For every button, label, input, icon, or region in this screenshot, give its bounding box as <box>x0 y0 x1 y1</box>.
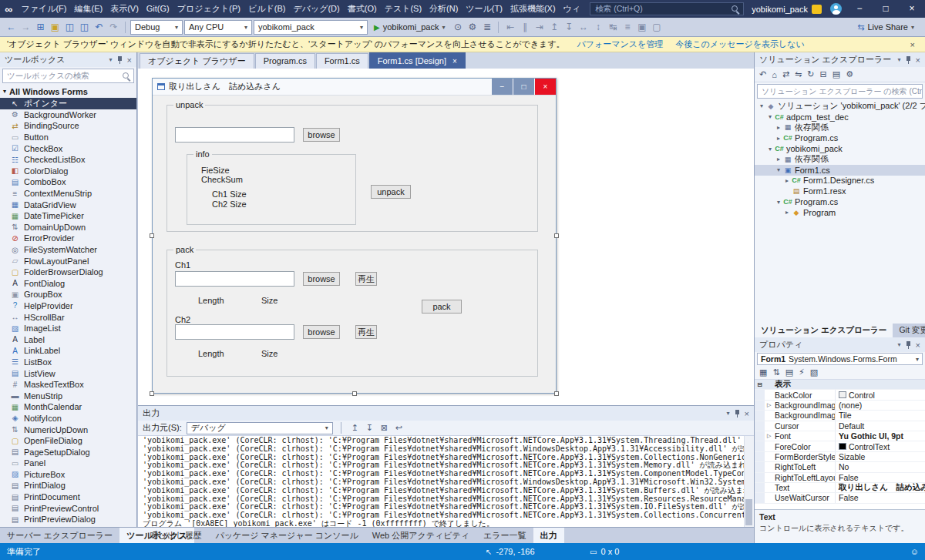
designed-form-titlebar[interactable]: 取り出しさん 詰め込みさん − □ × <box>153 79 556 96</box>
go-to-next-message-icon[interactable]: ↧ <box>364 423 375 433</box>
property-expand-icon[interactable]: ▷ <box>767 433 773 439</box>
toolbox-item[interactable]: ▤ PrintPreviewDialog <box>0 514 136 525</box>
toolbox-item[interactable]: ☷ CheckedListBox <box>0 154 136 166</box>
panel-tab[interactable]: パッケージ マネージャー コンソール <box>209 528 365 543</box>
toolbox-item[interactable]: ▬ MenuStrip <box>0 390 136 401</box>
toolbox-item[interactable]: ⇅ NumericUpDown <box>0 424 136 435</box>
redo-icon[interactable]: ↷ <box>107 18 120 36</box>
tree-item[interactable]: ▾ C# adpcm_test_dec <box>755 112 925 122</box>
menu-item[interactable]: デバッグ(D) <box>289 0 343 18</box>
ch1-browse-button[interactable]: browse <box>303 272 340 286</box>
ch1-file-textbox[interactable] <box>175 271 294 287</box>
open-file-icon[interactable]: ▣ <box>49 18 62 36</box>
tree-expander-icon[interactable]: ▾ <box>775 199 782 206</box>
toolbox-item[interactable]: ☑ CheckBox <box>0 143 136 154</box>
chevron-down-icon[interactable]: ▾ <box>109 56 113 63</box>
menu-item[interactable]: 書式(O) <box>344 0 381 18</box>
toolbox-item[interactable]: ⚙ BackgroundWorker <box>0 109 136 121</box>
property-row[interactable]: ⊟ 表示 <box>755 380 925 390</box>
resize-handle-west[interactable] <box>150 233 154 238</box>
maximize-button[interactable]: □ <box>873 0 899 18</box>
profiler-icon[interactable]: ⊙ <box>451 18 464 36</box>
property-row[interactable]: ▷ BackgroundImage (none) <box>755 401 925 411</box>
ch1-play-button[interactable]: 再生 <box>355 272 377 286</box>
solution-explorer-header[interactable]: ソリューション エクスプローラー ▾ × <box>755 52 925 67</box>
tree-expander-icon[interactable]: ▾ <box>766 146 774 153</box>
categorized-icon[interactable]: ▦ <box>759 367 767 377</box>
tree-expander-icon[interactable]: ▸ <box>775 124 782 131</box>
toolbox-item[interactable]: ▱ FlowLayoutPanel <box>0 255 136 267</box>
pin-icon[interactable] <box>116 55 123 65</box>
property-row[interactable]: BackgroundImageLayout Tile <box>755 411 925 421</box>
alphabetical-icon[interactable]: ⇅ <box>772 367 779 377</box>
tool-window-tab[interactable]: Git 変更 <box>893 324 925 337</box>
panel-tab[interactable]: Web 公開アクティビティ <box>365 528 476 543</box>
start-debugging-button[interactable]: ▶ yobikomi_pack ▾ <box>369 19 449 35</box>
show-all-files-icon[interactable]: ▤ <box>832 69 840 79</box>
tab-close-icon[interactable]: × <box>452 54 457 69</box>
tree-item[interactable]: ▸ ▦ 依存関係 <box>755 154 925 165</box>
close-icon[interactable]: × <box>745 409 749 418</box>
property-row[interactable]: ▷ Font Yu Gothic UI, 9pt <box>755 431 925 441</box>
properties-icon[interactable]: ⚙ <box>846 69 853 79</box>
unpack-button[interactable]: unpack <box>371 185 411 199</box>
toolbox-item[interactable]: ▣ GroupBox <box>0 289 136 300</box>
close-icon[interactable]: × <box>916 340 920 350</box>
save-all-icon[interactable]: ◫ <box>78 18 91 36</box>
toolbox-group-header[interactable]: ▾ All Windows Forms <box>0 85 136 98</box>
designed-form-client-area[interactable]: unpack browse info FieSize CheckSum Ch1 … <box>153 96 556 393</box>
properties-icon[interactable]: ▤ <box>785 367 793 377</box>
info-groupbox[interactable]: info FieSize CheckSum Ch1 Size Ch2 Size <box>187 154 356 225</box>
toolbox-item[interactable]: ▤ PrintPreviewControl <box>0 502 136 514</box>
property-row[interactable]: RightToLeftLayout False <box>755 473 925 483</box>
pin-icon[interactable] <box>905 55 912 65</box>
close-icon[interactable]: × <box>127 55 132 65</box>
align-centers-icon[interactable]: ∥ <box>518 18 531 36</box>
horizontal-spacing-icon[interactable]: ↹ <box>606 18 619 36</box>
property-row[interactable]: BackColor Control <box>755 390 925 400</box>
selected-object-dropdown[interactable]: Form1 System.Windows.Forms.Form ▾ <box>757 353 923 365</box>
tree-item[interactable]: ▾ C# Program.cs <box>755 196 925 207</box>
toolbox-item[interactable]: ⊘ ErrorProvider <box>0 233 136 244</box>
resize-handle-southwest[interactable] <box>150 391 154 396</box>
configuration-dropdown[interactable]: Debug▾ <box>130 20 183 35</box>
pin-icon[interactable] <box>734 409 741 418</box>
minimize-button[interactable]: − <box>846 0 873 18</box>
toolbox-item[interactable]: ▭ Button <box>0 132 136 143</box>
platform-dropdown[interactable]: Any CPU▾ <box>184 20 252 35</box>
switch-views-icon[interactable]: ⇄ <box>782 69 789 79</box>
panel-tab[interactable]: エラー一覧 <box>476 528 533 543</box>
property-row[interactable]: RightToLeft No <box>755 462 925 472</box>
resize-handle-southeast[interactable] <box>554 391 559 396</box>
menu-item[interactable]: プロジェクト(P) <box>173 0 244 18</box>
solution-explorer-search-input[interactable]: ソリューション エクスプローラー の検索 (Ctrl+;) <box>757 84 923 99</box>
tree-item[interactable]: ▤ Form1.resx <box>755 186 925 196</box>
tree-expander-icon[interactable]: ▸ <box>783 177 791 184</box>
refresh-icon[interactable]: ↻ <box>807 69 814 79</box>
menu-item[interactable]: Git(G) <box>143 0 173 18</box>
scrollbar-thumb[interactable] <box>745 499 752 525</box>
toolbox-item[interactable]: A LinkLabel <box>0 345 136 357</box>
user-avatar-icon[interactable] <box>830 3 842 15</box>
toolbox-item[interactable]: ⇄ BindingSource <box>0 120 136 132</box>
document-tab[interactable]: Form1.cs [Design] × <box>369 52 466 69</box>
toolbox-item[interactable]: ▤ ListView <box>0 367 136 379</box>
output-source-dropdown[interactable]: デバッグ ▾ <box>187 422 333 434</box>
align-lefts-icon[interactable]: ⇤ <box>503 18 516 36</box>
toolbox-item[interactable]: ≡ ContextMenuStrip <box>0 188 136 200</box>
form-maximize-button[interactable]: □ <box>513 79 534 95</box>
tree-expander-icon[interactable]: ▾ <box>766 113 774 120</box>
panel-tab[interactable]: サーバー エクスプローラー <box>0 528 119 543</box>
output-scrollbar[interactable] <box>744 436 754 527</box>
chevron-down-icon[interactable]: ▾ <box>898 56 901 63</box>
tree-expander-icon[interactable]: ▾ <box>775 166 782 173</box>
ch2-file-textbox[interactable] <box>175 324 294 340</box>
toolbox-item[interactable]: ▤ ComboBox <box>0 176 136 188</box>
form-designer-surface[interactable]: 取り出しさん 詰め込みさん − □ × unpack browse info F… <box>138 69 754 405</box>
toolbox-item[interactable]: ↔ HScrollBar <box>0 311 136 323</box>
collapse-all-icon[interactable]: ⊟ <box>820 69 827 79</box>
tree-item[interactable]: ▾ ◆ ソリューション 'yobikomi_pack' (2/2 プロジェクト) <box>755 101 925 112</box>
unpack-browse-button[interactable]: browse <box>303 128 340 142</box>
panel-tab[interactable]: 呼び出し履歴 <box>143 528 209 543</box>
tree-item[interactable]: ▸ C# Form1.Designer.cs <box>755 176 925 186</box>
